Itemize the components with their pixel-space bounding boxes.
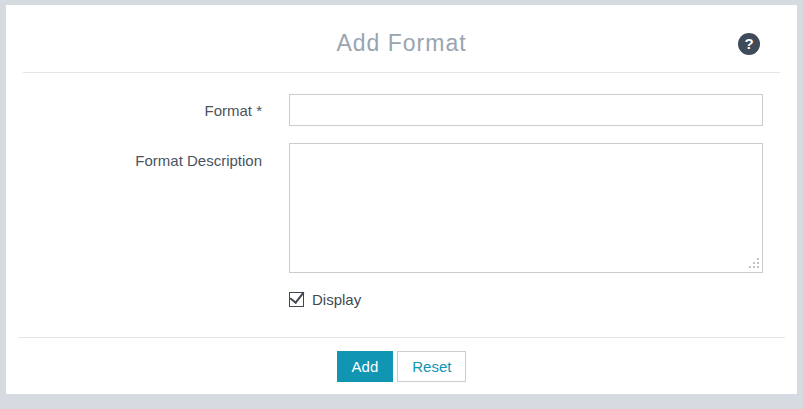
reset-button[interactable]: Reset bbox=[397, 351, 466, 382]
form-actions: Add Reset bbox=[6, 351, 797, 382]
format-input[interactable] bbox=[289, 94, 763, 126]
help-icon[interactable]: ? bbox=[738, 33, 760, 55]
display-row: Display bbox=[6, 291, 797, 308]
format-description-label: Format Description bbox=[6, 143, 262, 169]
format-description-textarea[interactable] bbox=[289, 143, 763, 273]
page-title: Add Format bbox=[6, 5, 797, 57]
footer-divider bbox=[18, 337, 785, 338]
page: { "header": { "title": "Add Format", "he… bbox=[0, 0, 803, 409]
format-label: Format * bbox=[6, 102, 262, 119]
format-row: Format * bbox=[6, 94, 797, 126]
add-format-form: Format * Format Description Display bbox=[6, 73, 797, 308]
display-checkbox[interactable] bbox=[289, 292, 304, 307]
display-checkbox-label: Display bbox=[312, 291, 361, 308]
add-format-panel: Add Format ? Format * Format Description… bbox=[6, 5, 797, 394]
format-description-row: Format Description bbox=[6, 143, 797, 273]
add-button[interactable]: Add bbox=[337, 351, 394, 382]
panel-header: Add Format ? bbox=[6, 5, 797, 68]
